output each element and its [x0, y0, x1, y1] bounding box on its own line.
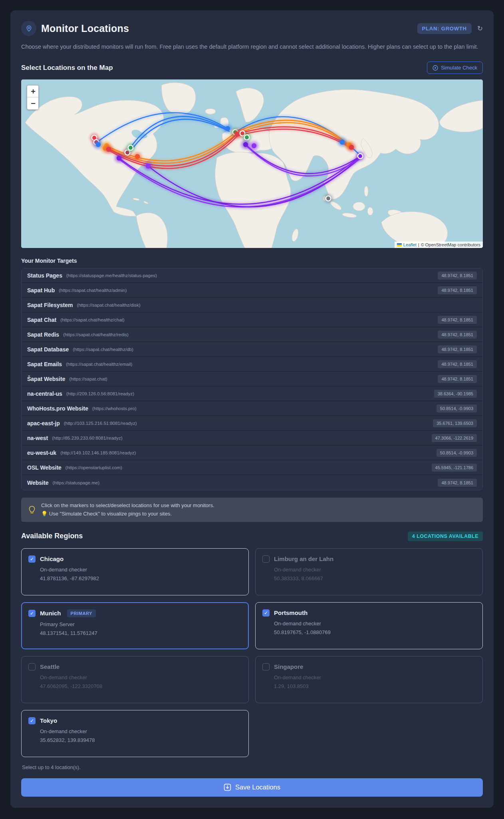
- header: Monitor Locations PLAN: GROWTH ↻: [21, 21, 483, 36]
- target-coords-badge: 48.9742, 8.1851: [438, 331, 477, 339]
- tip-line-2: 💡 Use "Simulate Check" to visualize ping…: [41, 510, 214, 518]
- region-type: On-demand checker: [40, 567, 242, 573]
- region-coords: 35.652832, 139.839478: [40, 737, 242, 743]
- map-marker[interactable]: [340, 140, 345, 145]
- target-row: Šapat Website(https://sapat.chat)48.9742…: [22, 372, 482, 387]
- map-zoom-out-button[interactable]: −: [27, 97, 39, 109]
- target-name: na-central-us: [27, 391, 62, 397]
- target-coords-badge: 48.9742, 8.1851: [438, 345, 477, 353]
- region-name: Singapore: [274, 663, 303, 670]
- target-url: (https://sapat.chat/healthz/chat): [60, 317, 438, 322]
- target-url: (https://sapat.chat/healthz/db): [73, 347, 438, 352]
- region-type: On-demand checker: [40, 674, 242, 680]
- region-checkbox[interactable]: [262, 663, 270, 670]
- target-row: Sapat Database(https://sapat.chat/health…: [22, 342, 482, 357]
- target-coords-badge: 48.9742, 8.1851: [438, 316, 477, 324]
- plan-badge: PLAN: GROWTH: [417, 23, 472, 34]
- region-coords: 48.1371541, 11.5761247: [40, 630, 242, 636]
- region-name: Tokyo: [40, 717, 57, 724]
- region-card-limburg-an-der-lahn[interactable]: Limburg an der LahnOn-demand checker50.3…: [255, 548, 483, 595]
- region-name: Limburg an der Lahn: [274, 555, 333, 562]
- target-url: (https://sapat.chat/healthz/admin): [59, 288, 438, 293]
- tip-box: Click on the markers to select/deselect …: [21, 498, 483, 522]
- world-map[interactable]: + − Leaflet | © OpenStreetMap contributo…: [21, 79, 483, 248]
- monitor-targets-list: Status Pages(https://statuspage.me/healt…: [21, 268, 483, 490]
- location-pin-icon: [21, 21, 36, 36]
- map-zoom-control: + −: [27, 85, 39, 110]
- region-card-munich[interactable]: ✓MunichPRIMARYPrimary Server48.1371541, …: [21, 602, 249, 649]
- region-name: Seattle: [40, 663, 60, 670]
- regions-grid: ✓ChicagoOn-demand checker41.8781136, -87…: [21, 548, 483, 757]
- target-url: (https://sapat.chat/healthz/disk): [77, 303, 477, 307]
- map-marker[interactable]: [244, 135, 249, 140]
- target-url: (https://sapat.chat): [69, 377, 438, 381]
- map-marker[interactable]: [326, 196, 331, 201]
- map-marker[interactable]: [358, 154, 363, 159]
- target-row: apac-east-jp(http://103.125.216.51:8081/…: [22, 416, 482, 431]
- target-name: Šapat Website: [27, 376, 65, 382]
- locations-available-badge: 4 LOCATIONS AVAILABLE: [408, 531, 483, 541]
- target-name: apac-east-jp: [27, 420, 60, 426]
- target-name: Sapat Filesystem: [27, 302, 73, 308]
- map-marker[interactable]: [349, 145, 354, 150]
- target-name: eu-west-uk: [27, 450, 56, 456]
- save-locations-button[interactable]: Save Locations: [21, 778, 483, 797]
- map-marker[interactable]: [252, 143, 256, 148]
- region-coords: 50.383333, 8.066667: [274, 575, 476, 581]
- target-name: OSL Website: [27, 464, 62, 471]
- map-marker[interactable]: [243, 142, 248, 147]
- tip-line-1: Click on the markers to select/deselect …: [41, 502, 214, 510]
- region-coords: 41.8781136, -87.6297982: [40, 575, 242, 581]
- target-coords-badge: 47.3066, -122.2619: [432, 434, 477, 442]
- region-checkbox[interactable]: ✓: [262, 609, 270, 617]
- regions-heading: Available Regions: [21, 532, 83, 540]
- target-coords-badge: 48.9742, 8.1851: [438, 286, 477, 294]
- region-card-singapore[interactable]: SingaporeOn-demand checker1.29, 103.8503: [255, 656, 483, 703]
- region-name: Portsmouth: [274, 609, 308, 616]
- map-marker[interactable]: [146, 164, 151, 169]
- region-card-portsmouth[interactable]: ✓PortsmouthOn-demand checker50.8197675, …: [255, 602, 483, 649]
- region-card-seattle[interactable]: SeattleOn-demand checker47.6062095, -122…: [21, 656, 249, 703]
- leaflet-link[interactable]: Leaflet: [403, 242, 417, 247]
- target-row: Sapat Emails(https://sapat.chat/healthz/…: [22, 357, 482, 372]
- region-checkbox[interactable]: ✓: [28, 555, 36, 563]
- ukraine-flag-icon: [397, 243, 402, 246]
- map-marker[interactable]: [117, 156, 121, 161]
- region-checkbox[interactable]: [28, 663, 36, 670]
- region-type: On-demand checker: [40, 728, 242, 734]
- target-coords-badge: 45.5945, -121.1786: [432, 464, 477, 472]
- target-url: (http://209.126.0.56:8081/readyz): [66, 391, 434, 396]
- target-url: (https://statuspage.me): [52, 480, 438, 485]
- page-title: Monitor Locations: [41, 23, 129, 34]
- region-card-tokyo[interactable]: ✓TokyoOn-demand checker35.652832, 139.83…: [21, 710, 249, 757]
- region-name: Chicago: [40, 555, 63, 562]
- target-coords-badge: 50.8514, -0.9903: [437, 449, 477, 457]
- map-zoom-in-button[interactable]: +: [27, 85, 39, 97]
- osm-attribution[interactable]: © OpenStreetMap contributors: [421, 242, 480, 247]
- target-url: (http://85.239.233.60:8081/readyz): [52, 436, 431, 440]
- description: Choose where your distributed monitors w…: [21, 42, 483, 51]
- region-checkbox[interactable]: ✓: [28, 610, 36, 617]
- region-type: On-demand checker: [274, 621, 476, 627]
- map-marker[interactable]: [135, 154, 140, 159]
- map-marker[interactable]: [96, 142, 101, 147]
- region-card-chicago[interactable]: ✓ChicagoOn-demand checker41.8781136, -87…: [21, 548, 249, 595]
- target-url: (https://openstartuplist.com): [65, 465, 432, 470]
- region-checkbox[interactable]: ✓: [28, 717, 36, 724]
- map-marker[interactable]: [106, 147, 111, 152]
- monitor-locations-panel: Monitor Locations PLAN: GROWTH ↻ Choose …: [10, 10, 494, 808]
- target-name: Sapat Chat: [27, 317, 56, 323]
- targets-heading: Your Monitor Targets: [21, 258, 483, 264]
- refresh-icon[interactable]: ↻: [477, 24, 483, 33]
- region-checkbox[interactable]: [262, 555, 270, 563]
- target-row: Website(https://statuspage.me)48.9742, 8…: [22, 475, 482, 490]
- map-marker[interactable]: [225, 126, 230, 131]
- target-url: (https://sapat.chat/healthz/redis): [63, 332, 438, 337]
- target-coords-badge: 38.6364, -90.1985: [434, 390, 477, 398]
- map-marker[interactable]: [128, 145, 133, 150]
- map-attribution: Leaflet | © OpenStreetMap contributors: [395, 242, 483, 248]
- target-row: Sapat Chat(https://sapat.chat/healthz/ch…: [22, 313, 482, 327]
- save-icon: [224, 783, 231, 791]
- lightbulb-icon: [28, 506, 36, 514]
- simulate-check-button[interactable]: Simulate Check: [427, 61, 483, 74]
